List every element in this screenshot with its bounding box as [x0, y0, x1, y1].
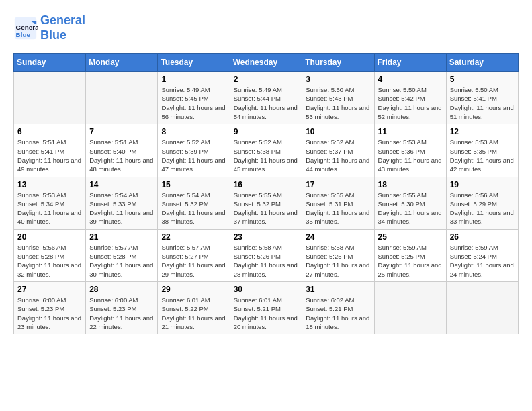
day-info: Sunrise: 5:56 AM Sunset: 5:29 PM Dayligh… [450, 191, 515, 226]
day-number: 19 [450, 180, 515, 189]
day-number: 17 [306, 180, 370, 189]
calendar-week-row: 1Sunrise: 5:49 AM Sunset: 5:45 PM Daylig… [14, 72, 519, 124]
day-info: Sunrise: 5:58 AM Sunset: 5:26 PM Dayligh… [234, 243, 299, 279]
calendar-day-cell: 27Sunrise: 6:00 AM Sunset: 5:23 PM Dayli… [14, 281, 86, 334]
calendar-day-cell: 17Sunrise: 5:55 AM Sunset: 5:31 PM Dayli… [302, 177, 374, 229]
day-number: 15 [161, 180, 226, 189]
calendar-day-cell [446, 281, 518, 334]
calendar-day-cell: 14Sunrise: 5:54 AM Sunset: 5:33 PM Dayli… [86, 177, 158, 229]
calendar-day-cell: 26Sunrise: 5:59 AM Sunset: 5:24 PM Dayli… [446, 229, 518, 281]
calendar-day-cell: 18Sunrise: 5:55 AM Sunset: 5:30 PM Dayli… [374, 177, 446, 229]
day-info: Sunrise: 5:52 AM Sunset: 5:37 PM Dayligh… [306, 138, 370, 173]
day-info: Sunrise: 5:51 AM Sunset: 5:41 PM Dayligh… [17, 138, 82, 173]
day-info: Sunrise: 5:50 AM Sunset: 5:41 PM Dayligh… [450, 85, 515, 121]
calendar-day-cell: 19Sunrise: 5:56 AM Sunset: 5:29 PM Dayli… [446, 177, 518, 229]
logo-text: GeneralBlue [40, 13, 85, 42]
calendar-day-cell [14, 72, 86, 124]
day-info: Sunrise: 5:51 AM Sunset: 5:40 PM Dayligh… [89, 138, 154, 173]
day-number: 2 [234, 75, 299, 84]
day-info: Sunrise: 5:55 AM Sunset: 5:30 PM Dayligh… [378, 191, 443, 226]
weekday-header-saturday: Saturday [446, 54, 518, 72]
day-info: Sunrise: 5:55 AM Sunset: 5:31 PM Dayligh… [306, 191, 370, 226]
day-info: Sunrise: 5:52 AM Sunset: 5:38 PM Dayligh… [234, 138, 299, 173]
calendar-day-cell: 6Sunrise: 5:51 AM Sunset: 5:41 PM Daylig… [14, 124, 86, 177]
day-number: 28 [89, 285, 154, 294]
calendar-day-cell: 8Sunrise: 5:52 AM Sunset: 5:39 PM Daylig… [158, 124, 230, 177]
day-number: 27 [17, 285, 82, 294]
weekday-header-friday: Friday [374, 54, 446, 72]
day-number: 26 [450, 232, 515, 242]
calendar-day-cell: 1Sunrise: 5:49 AM Sunset: 5:45 PM Daylig… [158, 72, 230, 124]
calendar-day-cell: 2Sunrise: 5:49 AM Sunset: 5:44 PM Daylig… [230, 72, 302, 124]
day-info: Sunrise: 5:54 AM Sunset: 5:32 PM Dayligh… [161, 191, 226, 226]
day-number: 21 [89, 232, 154, 242]
weekday-header-row: SundayMondayTuesdayWednesdayThursdayFrid… [14, 54, 519, 72]
calendar-day-cell [86, 72, 158, 124]
day-info: Sunrise: 5:58 AM Sunset: 5:25 PM Dayligh… [306, 243, 370, 279]
day-info: Sunrise: 5:59 AM Sunset: 5:25 PM Dayligh… [378, 243, 443, 279]
calendar-day-cell: 5Sunrise: 5:50 AM Sunset: 5:41 PM Daylig… [446, 72, 518, 124]
calendar-day-cell: 9Sunrise: 5:52 AM Sunset: 5:38 PM Daylig… [230, 124, 302, 177]
day-number: 13 [17, 180, 82, 189]
day-info: Sunrise: 5:54 AM Sunset: 5:33 PM Dayligh… [89, 191, 154, 226]
day-number: 3 [306, 75, 370, 84]
calendar-day-cell: 25Sunrise: 5:59 AM Sunset: 5:25 PM Dayli… [374, 229, 446, 281]
day-info: Sunrise: 5:52 AM Sunset: 5:39 PM Dayligh… [161, 138, 226, 173]
calendar-day-cell: 10Sunrise: 5:52 AM Sunset: 5:37 PM Dayli… [302, 124, 374, 177]
svg-text:General: General [16, 23, 38, 30]
calendar-day-cell [374, 281, 446, 334]
day-number: 20 [17, 232, 82, 242]
calendar-day-cell: 3Sunrise: 5:50 AM Sunset: 5:43 PM Daylig… [302, 72, 374, 124]
day-info: Sunrise: 5:57 AM Sunset: 5:28 PM Dayligh… [89, 243, 154, 279]
day-number: 5 [450, 75, 515, 84]
day-number: 25 [378, 232, 443, 242]
day-info: Sunrise: 5:57 AM Sunset: 5:27 PM Dayligh… [161, 243, 226, 279]
day-number: 24 [306, 232, 370, 242]
day-info: Sunrise: 5:53 AM Sunset: 5:34 PM Dayligh… [17, 191, 82, 226]
day-number: 18 [378, 180, 443, 189]
weekday-header-monday: Monday [86, 54, 158, 72]
day-number: 31 [306, 285, 370, 294]
calendar-day-cell: 23Sunrise: 5:58 AM Sunset: 5:26 PM Dayli… [230, 229, 302, 281]
calendar-day-cell: 30Sunrise: 6:01 AM Sunset: 5:21 PM Dayli… [230, 281, 302, 334]
day-info: Sunrise: 5:49 AM Sunset: 5:45 PM Dayligh… [161, 85, 226, 121]
calendar-week-row: 20Sunrise: 5:56 AM Sunset: 5:28 PM Dayli… [14, 229, 519, 281]
day-number: 12 [450, 127, 515, 136]
svg-text:Blue: Blue [16, 30, 31, 38]
day-number: 8 [161, 127, 226, 136]
calendar-day-cell: 4Sunrise: 5:50 AM Sunset: 5:42 PM Daylig… [374, 72, 446, 124]
calendar-day-cell: 22Sunrise: 5:57 AM Sunset: 5:27 PM Dayli… [158, 229, 230, 281]
calendar-week-row: 13Sunrise: 5:53 AM Sunset: 5:34 PM Dayli… [14, 177, 519, 229]
day-number: 23 [234, 232, 299, 242]
day-number: 11 [378, 127, 443, 136]
page-header: General Blue GeneralBlue [13, 13, 519, 42]
logo: General Blue GeneralBlue [13, 13, 85, 42]
day-number: 14 [89, 180, 154, 189]
day-number: 4 [378, 75, 443, 84]
day-info: Sunrise: 5:53 AM Sunset: 5:36 PM Dayligh… [378, 138, 443, 173]
day-info: Sunrise: 5:50 AM Sunset: 5:42 PM Dayligh… [378, 85, 443, 121]
calendar-week-row: 6Sunrise: 5:51 AM Sunset: 5:41 PM Daylig… [14, 124, 519, 177]
day-info: Sunrise: 5:49 AM Sunset: 5:44 PM Dayligh… [234, 85, 299, 121]
day-number: 16 [234, 180, 299, 189]
calendar-day-cell: 28Sunrise: 6:00 AM Sunset: 5:23 PM Dayli… [86, 281, 158, 334]
calendar-day-cell: 31Sunrise: 6:02 AM Sunset: 5:21 PM Dayli… [302, 281, 374, 334]
calendar-week-row: 27Sunrise: 6:00 AM Sunset: 5:23 PM Dayli… [14, 281, 519, 334]
calendar-table: SundayMondayTuesdayWednesdayThursdayFrid… [13, 53, 519, 334]
calendar-day-cell: 16Sunrise: 5:55 AM Sunset: 5:32 PM Dayli… [230, 177, 302, 229]
day-info: Sunrise: 6:00 AM Sunset: 5:23 PM Dayligh… [17, 295, 82, 331]
weekday-header-wednesday: Wednesday [230, 54, 302, 72]
day-info: Sunrise: 5:53 AM Sunset: 5:35 PM Dayligh… [450, 138, 515, 173]
day-number: 7 [89, 127, 154, 136]
calendar-day-cell: 24Sunrise: 5:58 AM Sunset: 5:25 PM Dayli… [302, 229, 374, 281]
calendar-day-cell: 15Sunrise: 5:54 AM Sunset: 5:32 PM Dayli… [158, 177, 230, 229]
day-info: Sunrise: 6:01 AM Sunset: 5:22 PM Dayligh… [161, 295, 226, 331]
day-number: 10 [306, 127, 370, 136]
weekday-header-thursday: Thursday [302, 54, 374, 72]
calendar-day-cell: 12Sunrise: 5:53 AM Sunset: 5:35 PM Dayli… [446, 124, 518, 177]
weekday-header-sunday: Sunday [14, 54, 86, 72]
day-number: 29 [161, 285, 226, 294]
calendar-day-cell: 7Sunrise: 5:51 AM Sunset: 5:40 PM Daylig… [86, 124, 158, 177]
day-info: Sunrise: 5:59 AM Sunset: 5:24 PM Dayligh… [450, 243, 515, 279]
day-number: 9 [234, 127, 299, 136]
